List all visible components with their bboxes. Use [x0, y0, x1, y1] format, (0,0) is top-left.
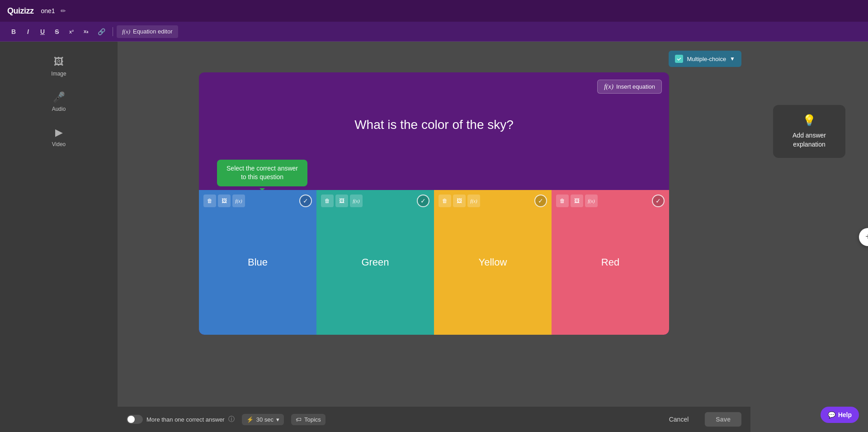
- help-button[interactable]: 💬 Help: [821, 407, 859, 423]
- underline-button[interactable]: U: [36, 25, 49, 38]
- dropdown-chevron-icon: ▼: [730, 56, 735, 62]
- help-chat-icon: 💬: [828, 411, 835, 418]
- bottom-bar: More than one correct answer ⓘ ⚡ 30 sec …: [118, 407, 750, 432]
- answer-text-red: Red: [601, 256, 619, 268]
- question-type-icon: [675, 55, 683, 63]
- image-green-button[interactable]: 🖼: [335, 195, 348, 207]
- insert-equation-button[interactable]: f(x) Insert equation: [597, 80, 662, 94]
- answer-text-yellow: Yellow: [479, 256, 507, 268]
- center-editor: Multiple-choice ▼ f(x) Insert equation W…: [118, 42, 750, 432]
- answer-card-blue[interactable]: 🗑 🖼 f(x) Blue ✓: [199, 190, 316, 335]
- time-icon: ⚡: [246, 416, 254, 423]
- topics-tag-icon: 🏷: [296, 416, 302, 423]
- link-button[interactable]: 🔗: [94, 25, 109, 38]
- correct-check-red[interactable]: ✓: [652, 195, 665, 207]
- answer-grid: 🗑 🖼 f(x) Blue ✓ 🗑 🖼 f(x) Green ✓: [199, 190, 669, 335]
- right-panel: 💡 Add answer explanation +: [750, 42, 868, 432]
- add-answer-explanation-panel[interactable]: 💡 Add answer explanation: [773, 105, 845, 158]
- correct-answer-tooltip: Select the correct answer to this questi…: [217, 160, 307, 186]
- subscript-button[interactable]: x₂: [80, 25, 92, 38]
- equation-yellow-button[interactable]: f(x): [467, 195, 480, 207]
- equation-red-button[interactable]: f(x): [585, 195, 598, 207]
- add-question-button[interactable]: +: [859, 228, 868, 246]
- answer-text-green: Green: [361, 256, 389, 268]
- answer-card-yellow[interactable]: 🗑 🖼 f(x) Yellow ✓: [434, 190, 552, 335]
- tooltip-text: Select the correct answer to this questi…: [226, 165, 298, 181]
- video-tool-label: Video: [52, 141, 66, 147]
- answer-toolbar-blue: 🗑 🖼 f(x): [203, 195, 245, 207]
- audio-icon: 🎤: [53, 91, 65, 103]
- image-tool-label: Image: [51, 71, 66, 77]
- insert-equation-icon: f(x): [604, 83, 613, 90]
- time-label: 30 sec: [256, 416, 274, 423]
- bulb-icon: 💡: [802, 114, 816, 127]
- image-blue-button[interactable]: 🖼: [218, 195, 231, 207]
- equation-green-button[interactable]: f(x): [350, 195, 363, 207]
- audio-tool-label: Audio: [52, 106, 66, 112]
- correct-check-yellow[interactable]: ✓: [534, 195, 547, 207]
- correct-check-blue[interactable]: ✓: [299, 195, 312, 207]
- svg-rect-0: [676, 56, 682, 62]
- time-chevron-icon: ▾: [276, 416, 279, 423]
- edit-quiz-name-icon[interactable]: ✏: [61, 7, 66, 14]
- sidebar-image-tool[interactable]: 🖼 Image: [41, 51, 77, 82]
- help-label: Help: [838, 411, 852, 418]
- question-type-button[interactable]: Multiple-choice ▼: [669, 51, 741, 67]
- question-text: What is the color of the sky?: [354, 118, 514, 132]
- delete-yellow-button[interactable]: 🗑: [439, 195, 451, 207]
- superscript-button[interactable]: x²: [65, 25, 78, 38]
- formatting-toolbar: B I U S x² x₂ 🔗 f(x) Equation editor: [0, 22, 868, 42]
- italic-button[interactable]: I: [22, 25, 34, 38]
- answer-card-red[interactable]: 🗑 🖼 f(x) Red ✓: [552, 190, 669, 335]
- more-than-one-label: More than one correct answer: [146, 416, 225, 423]
- answer-toolbar-green: 🗑 🖼 f(x): [321, 195, 363, 207]
- quiz-name: one1: [41, 7, 55, 14]
- equation-editor-button[interactable]: f(x) Equation editor: [117, 25, 178, 38]
- answer-toolbar-yellow: 🗑 🖼 f(x): [439, 195, 480, 207]
- left-sidebar: 🖼 Image 🎤 Audio ▶ Video: [0, 42, 118, 432]
- answer-text-blue: Blue: [248, 256, 268, 268]
- more-than-one-info-icon[interactable]: ⓘ: [228, 415, 235, 423]
- image-yellow-button[interactable]: 🖼: [453, 195, 466, 207]
- image-icon: 🖼: [54, 56, 64, 68]
- answer-toolbar-red: 🗑 🖼 f(x): [556, 195, 598, 207]
- correct-check-green[interactable]: ✓: [417, 195, 429, 207]
- app-logo: Quizizz: [7, 6, 34, 16]
- question-type-label: Multiple-choice: [687, 56, 726, 62]
- save-button[interactable]: Save: [705, 412, 741, 427]
- main-area: 🖼 Image 🎤 Audio ▶ Video Multiple-choice: [0, 42, 868, 432]
- topics-button[interactable]: 🏷 Topics: [291, 414, 326, 425]
- fx-icon: f(x): [122, 28, 130, 35]
- video-icon: ▶: [55, 127, 63, 138]
- top-nav: Quizizz one1 ✏: [0, 0, 868, 22]
- sidebar-video-tool[interactable]: ▶ Video: [41, 121, 77, 153]
- time-selector-button[interactable]: ⚡ 30 sec ▾: [242, 414, 284, 425]
- more-than-one-toggle-container: More than one correct answer ⓘ: [127, 415, 235, 424]
- topics-label: Topics: [304, 416, 321, 423]
- bold-button[interactable]: B: [7, 25, 20, 38]
- image-red-button[interactable]: 🖼: [571, 195, 583, 207]
- cancel-button[interactable]: Cancel: [660, 412, 698, 427]
- answer-card-green[interactable]: 🗑 🖼 f(x) Green ✓: [316, 190, 434, 335]
- question-card: f(x) Insert equation What is the color o…: [199, 72, 669, 335]
- delete-blue-button[interactable]: 🗑: [203, 195, 216, 207]
- equation-blue-button[interactable]: f(x): [232, 195, 245, 207]
- question-type-selector: Multiple-choice ▼: [669, 51, 741, 67]
- add-answer-explanation-label: Add answer explanation: [782, 131, 836, 149]
- sidebar-audio-tool[interactable]: 🎤 Audio: [41, 86, 77, 118]
- delete-green-button[interactable]: 🗑: [321, 195, 334, 207]
- toggle-knob: [127, 416, 135, 423]
- delete-red-button[interactable]: 🗑: [556, 195, 569, 207]
- more-than-one-toggle[interactable]: [127, 415, 143, 424]
- toolbar-divider: [113, 27, 113, 36]
- strikethrough-button[interactable]: S: [51, 25, 63, 38]
- tooltip-container: Select the correct answer to this questi…: [217, 160, 307, 186]
